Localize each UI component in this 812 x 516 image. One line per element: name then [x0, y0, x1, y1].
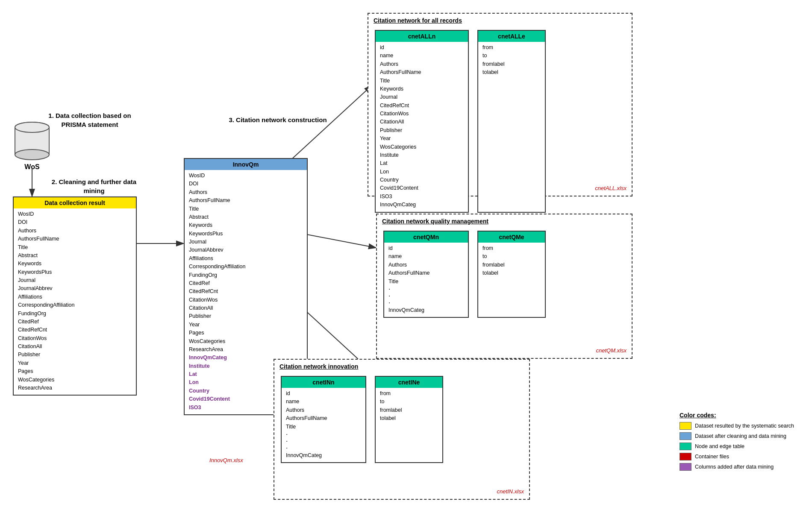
data-collection-fields: WosID DOI Authors AuthorsFullName Title …: [14, 208, 136, 395]
innovqm-header: InnovQm: [185, 159, 307, 170]
wos-label: WoS: [13, 163, 51, 171]
cnet-inn-header: cnetINn: [282, 377, 365, 388]
cnet-inn-fields: id name Authors AuthorsFullName Title · …: [282, 388, 365, 462]
legend-swatch-red: [680, 453, 691, 460]
legend-item-yellow: Dataset resulted by the systematic searc…: [680, 422, 799, 430]
cnet-ine-box: cnetINe from to fromlabel tolabel: [375, 376, 443, 463]
legend-item-blue: Dataset after cleaning and data mining: [680, 432, 799, 440]
cnet-alle-fields: from to fromlabel tolabel: [478, 42, 545, 79]
cnet-in-title: Citation network innovation: [274, 360, 529, 372]
legend-item-red: Container files: [680, 453, 799, 460]
diagram-container: WoS 1. Data collection based on PRISMA s…: [0, 0, 812, 516]
cnet-all-title: Citation network for all records: [368, 14, 632, 26]
step1-label: 1. Data collection based on PRISMA state…: [43, 111, 137, 129]
data-collection-header: Data collection result: [14, 197, 136, 208]
cnet-alln-box: cnetALLn id name Authors AuthorsFullName…: [375, 30, 469, 213]
legend-swatch-purple: [680, 463, 691, 471]
legend-text-blue: Dataset after cleaning and data mining: [695, 433, 786, 439]
legend-item-purple: Columns added after data mining: [680, 463, 799, 471]
cnet-alln-header: cnetALLn: [376, 31, 468, 42]
cnet-qme-box: cnetQMe from to fromlabel tolabel: [477, 231, 546, 318]
cnet-all-file-label: cnetALL.xlsx: [595, 185, 627, 191]
cnet-qmn-header: cnetQMn: [384, 232, 468, 243]
cnet-in-container: Citation network innovation cnetINn id n…: [274, 359, 530, 500]
legend-box: Color codes: Dataset resulted by the sys…: [680, 412, 799, 473]
legend-swatch-yellow: [680, 422, 691, 430]
cnet-qm-file-label: cnetQM.xlsx: [596, 347, 627, 354]
cnet-inn-box: cnetINn id name Authors AuthorsFullName …: [281, 376, 366, 463]
cnet-all-container: Citation network for all records cnetALL…: [368, 13, 633, 196]
cnet-alle-header: cnetALLe: [478, 31, 545, 42]
cnet-qme-fields: from to fromlabel tolabel: [478, 243, 545, 280]
cnet-alle-box: cnetALLe from to fromlabel tolabel: [477, 30, 546, 213]
legend-text-green: Node and edge table: [695, 443, 744, 449]
cnet-qme-header: cnetQMe: [478, 232, 545, 243]
cnet-qm-title: Citation network quality management: [377, 214, 632, 226]
cnet-ine-header: cnetINe: [376, 377, 442, 388]
legend-swatch-blue: [680, 432, 691, 440]
legend-title: Color codes:: [680, 412, 799, 419]
cnet-qmn-box: cnetQMn id name Authors AuthorsFullName …: [383, 231, 469, 318]
cnet-qmn-fields: id name Authors AuthorsFullName Title · …: [384, 243, 468, 317]
step2-label: 2. Cleaning and further data mining: [43, 177, 145, 195]
innovqm-file-label: InnovQm.xlsx: [209, 457, 243, 463]
legend-text-red: Container files: [695, 454, 729, 460]
svg-point-9: [15, 150, 49, 160]
cnet-qm-container: Citation network quality management cnet…: [376, 214, 633, 359]
legend-item-green: Node and edge table: [680, 443, 799, 450]
data-collection-box: Data collection result WosID DOI Authors…: [13, 196, 137, 396]
cnet-in-file-label: cnetIN.xlsx: [497, 488, 524, 495]
cnet-ine-fields: from to fromlabel tolabel: [376, 388, 442, 425]
cnet-alln-fields: id name Authors AuthorsFullName Title Ke…: [376, 42, 468, 212]
legend-text-purple: Columns added after data mining: [695, 464, 774, 470]
legend-swatch-green: [680, 443, 691, 450]
legend-text-yellow: Dataset resulted by the systematic searc…: [695, 423, 794, 429]
step3-label: 3. Citation network construction: [227, 115, 329, 124]
